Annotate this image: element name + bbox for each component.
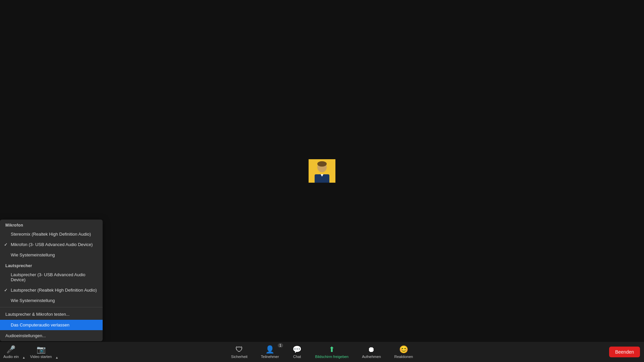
- security-button[interactable]: 🛡 Sicherheit: [226, 342, 253, 362]
- dropdown-item-realtek-spk[interactable]: Lautsprecher (Realtek High Definition Au…: [0, 285, 103, 295]
- microphone-icon: 🎤: [6, 345, 15, 354]
- dropdown-item-leave-audio[interactable]: Das Computeraudio verlassen: [0, 320, 103, 330]
- chevron-up-icon-2: ▲: [55, 356, 58, 359]
- toolbar-left: 🎤 Audio ein ▲ 📷 Video starten ▲: [0, 342, 60, 362]
- video-group: 📷 Video starten ▲: [27, 342, 60, 362]
- avatar-image: [309, 159, 335, 183]
- dropdown-item-settings[interactable]: Audioeinstellungen...: [0, 330, 103, 341]
- reactions-label: Reaktionen: [394, 355, 413, 359]
- share-icon: ⬆: [329, 345, 335, 354]
- audio-button[interactable]: 🎤 Audio ein: [0, 342, 22, 362]
- record-button[interactable]: ⏺ Aufnehmen: [357, 342, 386, 362]
- security-label: Sicherheit: [231, 355, 248, 359]
- share-screen-button[interactable]: ⬆ Bildschirm freigeben: [310, 342, 354, 362]
- toolbar: 🎤 Audio ein ▲ 📷 Video starten ▲ 🛡 Sicher…: [0, 342, 644, 362]
- camera-icon: 📷: [37, 345, 46, 354]
- chevron-up-icon: ▲: [22, 356, 25, 359]
- svg-point-4: [317, 161, 327, 167]
- mikrofon-section-label: Mikrofon: [0, 220, 103, 229]
- participants-button[interactable]: 👤 1 Teilnehmer: [256, 342, 284, 362]
- dropdown-item-usb-spk[interactable]: Lautsprecher (3- USB Advanced Audio Devi…: [0, 269, 103, 285]
- toolbar-center: 🛡 Sicherheit 👤 1 Teilnehmer 💬 Chat ⬆ Bil…: [226, 342, 418, 362]
- record-label: Aufnehmen: [362, 355, 381, 359]
- participants-label: Teilnehmer: [261, 355, 279, 359]
- audio-group: 🎤 Audio ein ▲: [0, 342, 27, 362]
- dropdown-divider-1: [0, 307, 103, 307]
- audio-chevron-button[interactable]: ▲: [22, 342, 27, 362]
- share-label: Bildschirm freigeben: [315, 355, 349, 359]
- participant-avatar: [309, 159, 335, 183]
- dropdown-item-usb-mic[interactable]: Mikrofon (3- USB Advanced Audio Device): [0, 239, 103, 250]
- video-chevron-button[interactable]: ▲: [55, 342, 60, 362]
- security-icon: 🛡: [235, 345, 243, 354]
- record-icon: ⏺: [368, 345, 375, 354]
- chat-label: Chat: [293, 355, 301, 359]
- video-button[interactable]: 📷 Video starten: [27, 342, 55, 362]
- end-meeting-button[interactable]: Beenden: [609, 347, 640, 357]
- dropdown-item-system-spk[interactable]: Wie Systemeinstellung: [0, 295, 103, 306]
- participants-icon: 👤: [265, 345, 274, 354]
- reactions-icon: 😊: [399, 345, 408, 354]
- reactions-button[interactable]: 😊 Reaktionen: [389, 342, 419, 362]
- toolbar-right: Beenden: [609, 342, 640, 362]
- audio-dropdown-menu: Mikrofon Stereomix (Realtek High Definit…: [0, 220, 103, 341]
- video-label: Video starten: [30, 355, 52, 359]
- dropdown-item-test[interactable]: Lautsprecher & Mikrofon testen...: [0, 309, 103, 320]
- audio-label: Audio ein: [3, 355, 19, 359]
- lautsprecher-section-label: Lautsprecher: [0, 260, 103, 269]
- dropdown-item-stereo[interactable]: Stereomix (Realtek High Definition Audio…: [0, 229, 103, 239]
- participants-count: 1: [278, 343, 283, 348]
- dropdown-item-system-mic[interactable]: Wie Systemeinstellung: [0, 250, 103, 260]
- chat-button[interactable]: 💬 Chat: [287, 342, 307, 362]
- chat-icon: 💬: [292, 345, 302, 354]
